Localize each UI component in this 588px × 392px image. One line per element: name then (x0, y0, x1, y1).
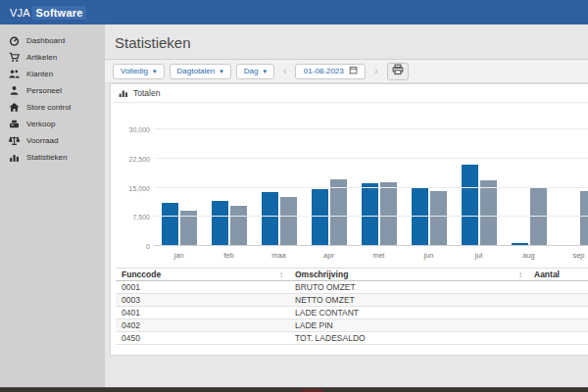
y-tick-label: 30,000 (129, 126, 150, 133)
table-cell: LADE CONTANT (289, 307, 528, 319)
chart-icon (9, 152, 20, 163)
x-tick-label: apr (304, 248, 354, 260)
x-tick-label: aug (504, 248, 554, 260)
gridline (154, 128, 588, 129)
app-logo[interactable]: VJA Software (10, 7, 86, 19)
sidebar-item-personeel[interactable]: Personeel (0, 82, 105, 99)
y-tick-label: 22,500 (129, 155, 150, 162)
x-tick-label: sep (554, 248, 588, 260)
sidebar-item-dashboard[interactable]: Dashboard (0, 32, 105, 49)
table-row: 0402LADE PIN (116, 319, 588, 332)
table-body: 0001BRUTO OMZET0003NETTO OMZET0401LADE C… (116, 281, 588, 345)
sidebar-item-artikelen[interactable]: Artikelen (0, 49, 105, 66)
bar-series-gray-maa (280, 197, 297, 246)
table-row: 0003NETTO OMZET (116, 294, 588, 307)
column-header-funccode[interactable]: Funccode↕ (116, 269, 289, 281)
table-row: 0401LADE CONTANT (116, 307, 588, 319)
chevron-down-icon: ▾ (153, 68, 157, 75)
chart-x-axis: janfebmaaaprmeijunjulaugsep (154, 248, 588, 260)
bar-series-blue-apr (312, 189, 328, 246)
sidebar-item-voorraad[interactable]: Voorraad (0, 132, 105, 149)
x-tick-label: jan (154, 248, 204, 260)
bar-series-blue-maa (262, 192, 278, 246)
table-cell: NETTO OMZET (289, 294, 528, 307)
chevron-down-icon: ▾ (220, 68, 223, 75)
prev-date-button[interactable]: ‹ (279, 66, 290, 76)
sidebar: DashboardArtikelenKlantenPersoneelStore … (0, 24, 105, 387)
bar-series-blue-jan (162, 203, 178, 246)
sort-icon: ↕ (518, 270, 522, 279)
register-icon (9, 119, 20, 129)
table-row: 0001BRUTO OMZET (116, 281, 588, 294)
main-content: Statistieken Volledig▾ Dagtotalen▾ Dag▾ … (105, 24, 588, 387)
gridline (154, 158, 588, 159)
table-header-row: Funccode↕Omschrijving↕Aantal↕ (116, 269, 588, 281)
sidebar-item-label: Personeel (26, 86, 62, 95)
sidebar-item-label: Artikelen (26, 53, 57, 62)
bar-group-jun (404, 113, 454, 246)
bar-group-feb (204, 113, 254, 246)
printer-icon (392, 64, 404, 78)
totals-panel: Totalen 07,50015,00022,50030,000 janfebm… (110, 83, 588, 356)
app-header: VJA Software (0, 0, 588, 24)
table-cell: 0401 (116, 307, 289, 319)
table-cell: 0001 (116, 281, 289, 294)
bar-group-maa (254, 113, 304, 246)
next-date-button[interactable]: › (370, 66, 381, 76)
gridline (154, 216, 588, 217)
page-title: Statistieken (105, 24, 588, 60)
scale-icon (9, 135, 20, 146)
date-input[interactable]: 01-08-2023 (295, 64, 366, 79)
chart-plot-area (154, 113, 588, 246)
table-cell: 0003 (116, 294, 289, 307)
chart-y-axis: 07,50015,00022,50030,000 (115, 113, 154, 246)
bar-group-sep (554, 113, 588, 246)
taskbar-edge (0, 387, 588, 392)
sidebar-item-klanten[interactable]: Klanten (0, 66, 105, 82)
chevron-down-icon: ▾ (263, 68, 267, 75)
bar-chart-icon (119, 84, 128, 102)
table-cell: LADE PIN (289, 319, 528, 332)
panel-title: Totalen (133, 88, 160, 98)
bar-series-blue-mei (362, 183, 378, 246)
bar-series-blue-jun (412, 188, 428, 246)
column-header-omschrijving[interactable]: Omschrijving↕ (289, 269, 528, 281)
sidebar-item-store-control[interactable]: Store control (0, 99, 105, 116)
y-tick-label: 7,500 (132, 214, 150, 220)
bar-group-aug (504, 113, 554, 246)
bar-series-blue-feb (212, 201, 228, 246)
sidebar-item-statistieken[interactable]: Statistieken (0, 149, 105, 166)
table-cell (528, 332, 588, 345)
gauge-icon (9, 35, 20, 46)
totals-select[interactable]: Dagtotalen▾ (170, 64, 231, 79)
table-cell: 0402 (116, 319, 289, 332)
x-tick-label: feb (204, 248, 254, 260)
x-tick-label: jun (404, 248, 454, 260)
column-header-aantal[interactable]: Aantal↕ (528, 269, 588, 281)
bar-group-jan (154, 113, 204, 246)
calendar-icon (349, 66, 358, 76)
funccode-table-wrap: Funccode↕Omschrijving↕Aantal↕ 0001BRUTO … (116, 268, 588, 345)
table-cell (528, 281, 588, 294)
period-select[interactable]: Dag▾ (236, 64, 274, 79)
sort-icon: ↕ (279, 270, 283, 279)
x-tick-label: jul (454, 248, 504, 260)
table-cell (528, 307, 588, 319)
gridline (154, 245, 588, 246)
table-row: 0450TOT. LADESALDO (116, 332, 588, 345)
y-tick-label: 15,000 (129, 184, 150, 191)
print-button[interactable] (387, 63, 409, 80)
table-cell: 0450 (116, 332, 289, 345)
table-cell: TOT. LADESALDO (289, 332, 528, 345)
panel-header: Totalen (111, 84, 588, 103)
sidebar-item-verkoop[interactable]: Verkoop (0, 116, 105, 132)
scope-select[interactable]: Volledig▾ (113, 64, 165, 79)
sidebar-item-label: Verkoop (26, 120, 55, 128)
sidebar-item-label: Store control (26, 103, 71, 112)
brand-name: Software (32, 6, 85, 20)
bar-group-apr (304, 113, 354, 246)
x-tick-label: maa (254, 248, 304, 260)
sidebar-item-label: Statistieken (26, 153, 67, 162)
filter-toolbar: Volledig▾ Dagtotalen▾ Dag▾ ‹ 01-08-2023 … (105, 60, 588, 83)
sidebar-item-label: Dashboard (26, 36, 65, 45)
